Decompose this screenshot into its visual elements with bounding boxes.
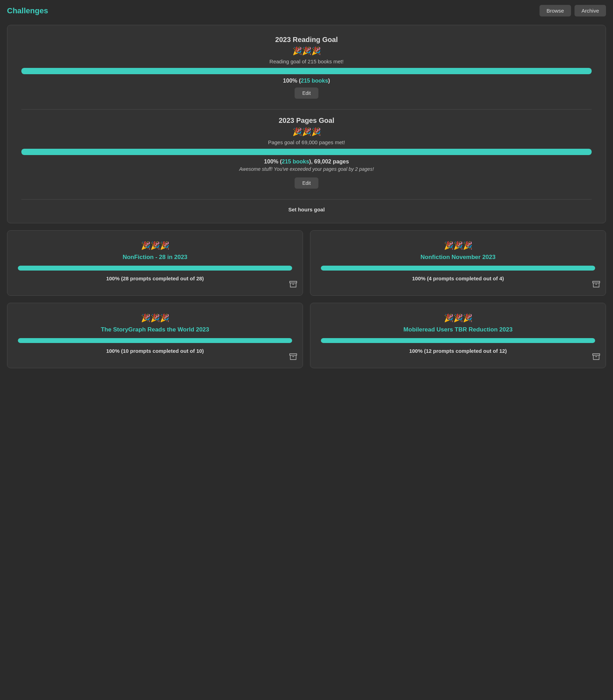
challenges-grid: 🎉🎉🎉 NonFiction - 28 in 2023 100% (28 pro… (7, 230, 606, 368)
pages-goal-emoji: 🎉🎉🎉 (21, 127, 592, 136)
challenge-card-mobileread-tbr: 🎉🎉🎉 Mobileread Users TBR Reduction 2023 … (310, 303, 606, 368)
reading-goal-emoji: 🎉🎉🎉 (21, 47, 592, 56)
divider-1 (21, 109, 592, 110)
challenge-stat-2: 100% (10 prompts completed out of 10) (18, 348, 292, 354)
pages-goal-section: 2023 Pages Goal 🎉🎉🎉 Pages goal of 69,000… (21, 117, 592, 189)
header-actions: Browse Archive (540, 5, 606, 16)
challenge-card-nonfiction-28: 🎉🎉🎉 NonFiction - 28 in 2023 100% (28 pro… (7, 230, 303, 296)
archive-icon-2[interactable] (289, 353, 297, 362)
svg-rect-6 (593, 354, 600, 356)
challenge-progress-bar-fill-0 (18, 266, 292, 271)
archive-icon-3[interactable] (592, 353, 600, 362)
challenge-card-storygraph-world: 🎉🎉🎉 The StoryGraph Reads the World 2023 … (7, 303, 303, 368)
main-content: 2023 Reading Goal 🎉🎉🎉 Reading goal of 21… (0, 21, 613, 379)
challenge-emoji-3: 🎉🎉🎉 (321, 314, 595, 323)
reading-goal-title: 2023 Reading Goal (21, 36, 592, 44)
challenge-title-2: The StoryGraph Reads the World 2023 (18, 326, 292, 333)
challenge-progress-bar-container-2 (18, 338, 292, 343)
archive-button[interactable]: Archive (575, 5, 606, 16)
challenge-progress-bar-fill-3 (321, 338, 595, 343)
challenge-card-nonfiction-november: 🎉🎉🎉 Nonfiction November 2023 100% (4 pro… (310, 230, 606, 296)
reading-goal-section: 2023 Reading Goal 🎉🎉🎉 Reading goal of 21… (21, 36, 592, 99)
challenge-emoji-0: 🎉🎉🎉 (18, 241, 292, 250)
challenge-title-1: Nonfiction November 2023 (321, 254, 595, 261)
pages-progress-bar-fill (21, 149, 592, 155)
svg-rect-0 (290, 281, 297, 283)
annual-goals-card: 2023 Reading Goal 🎉🎉🎉 Reading goal of 21… (7, 25, 606, 223)
pages-goal-stat: 100% (215 books), 69,002 pages (21, 159, 592, 165)
pages-goal-edit-button[interactable]: Edit (295, 177, 318, 189)
reading-goal-stat: 100% (215 books) (21, 78, 592, 84)
challenge-progress-bar-container-1 (321, 266, 595, 271)
archive-icon-1[interactable] (592, 280, 600, 290)
reading-goal-message: Reading goal of 215 books met! (21, 58, 592, 64)
archive-icon-0[interactable] (289, 280, 297, 290)
pages-goal-italic-message: Awesome stuff! You've exceeded your page… (21, 166, 592, 172)
challenge-progress-bar-container-3 (321, 338, 595, 343)
divider-2 (21, 199, 592, 200)
header: Challenges Browse Archive (0, 0, 613, 21)
challenge-emoji-1: 🎉🎉🎉 (321, 241, 595, 250)
challenge-progress-bar-container-0 (18, 266, 292, 271)
reading-progress-bar-container (21, 68, 592, 74)
challenge-stat-3: 100% (12 prompts completed out of 12) (321, 348, 595, 354)
pages-goal-title: 2023 Pages Goal (21, 117, 592, 125)
challenge-progress-bar-fill-1 (321, 266, 595, 271)
reading-progress-bar-fill (21, 68, 592, 74)
page-title: Challenges (7, 6, 48, 15)
challenge-emoji-2: 🎉🎉🎉 (18, 314, 292, 323)
challenge-progress-bar-fill-2 (18, 338, 292, 343)
svg-rect-2 (593, 281, 600, 283)
challenge-title-3: Mobileread Users TBR Reduction 2023 (321, 326, 595, 333)
browse-button[interactable]: Browse (540, 5, 571, 16)
challenge-stat-1: 100% (4 prompts completed out of 4) (321, 275, 595, 281)
challenge-title-0: NonFiction - 28 in 2023 (18, 254, 292, 261)
pages-progress-bar-container (21, 149, 592, 155)
pages-goal-message: Pages goal of 69,000 pages met! (21, 139, 592, 145)
challenge-stat-0: 100% (28 prompts completed out of 28) (18, 275, 292, 281)
svg-rect-4 (290, 354, 297, 356)
reading-goal-edit-button[interactable]: Edit (295, 88, 318, 99)
set-hours-link[interactable]: Set hours goal (21, 206, 592, 212)
